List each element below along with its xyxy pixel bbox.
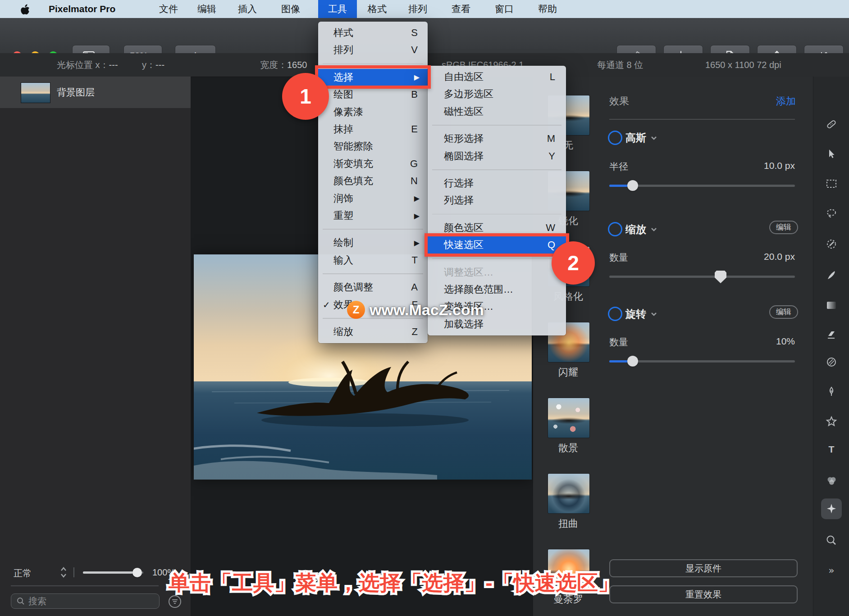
text-icon[interactable]: T bbox=[821, 439, 842, 460]
menubar-item-6[interactable]: 格式 bbox=[368, 0, 387, 18]
menu-item-绘制[interactable]: 绘制▶ bbox=[318, 234, 428, 251]
star-shape-icon[interactable] bbox=[821, 411, 842, 432]
stepper-icon[interactable] bbox=[59, 566, 68, 578]
show-original-button[interactable]: 显示原件 bbox=[609, 559, 798, 577]
menu-shortcut: A bbox=[411, 281, 418, 293]
menu-item-label: 抹掉 bbox=[333, 122, 353, 136]
menu-shortcut: E bbox=[411, 123, 418, 135]
opacity-slider[interactable] bbox=[83, 571, 143, 574]
menubar-item-5[interactable]: 工具 bbox=[318, 0, 357, 18]
caption-text: 单击「工具」菜单，选择「选择」-「快速选区」 bbox=[168, 571, 619, 594]
rotate-amount-label: 数量 bbox=[609, 336, 628, 349]
menu-item-列选择[interactable]: 列选择 bbox=[428, 192, 566, 209]
menu-item-自由选区[interactable]: 自由选区L bbox=[428, 68, 566, 86]
shapes-icon[interactable] bbox=[821, 471, 842, 491]
pen-icon[interactable] bbox=[821, 381, 842, 402]
menu-item-label: 排列 bbox=[333, 43, 353, 57]
menu-item-智能擦除[interactable]: 智能擦除 bbox=[318, 138, 428, 155]
gradient-icon[interactable] bbox=[821, 295, 842, 316]
rotate-amount-slider[interactable] bbox=[609, 360, 795, 362]
annotation-box-select bbox=[315, 65, 431, 89]
menu-item-像素漆[interactable]: 像素漆 bbox=[318, 104, 428, 121]
effect-preset-thumb-6[interactable] bbox=[548, 473, 590, 514]
menu-item-label: 自由选区 bbox=[444, 70, 484, 84]
erase-icon[interactable] bbox=[821, 325, 842, 345]
lasso-icon[interactable] bbox=[821, 203, 842, 224]
menubar-item-2[interactable]: 编辑 bbox=[197, 0, 216, 18]
menu-item-抹掉[interactable]: 抹掉E bbox=[318, 121, 428, 138]
rotate-toggle[interactable] bbox=[608, 307, 622, 321]
menu-item-行选择[interactable]: 行选择 bbox=[428, 175, 566, 192]
menu-shortcut: V bbox=[411, 44, 418, 56]
menu-item-label: 列选择 bbox=[444, 194, 474, 207]
submenu-arrow-icon: ▶ bbox=[414, 239, 420, 247]
more-tools-icon[interactable]: » bbox=[821, 561, 842, 581]
menu-item-矩形选择[interactable]: 矩形选择M bbox=[428, 130, 566, 147]
menu-item-颜色调整[interactable]: 颜色调整A bbox=[318, 279, 428, 296]
menu-shortcut: W bbox=[546, 222, 555, 234]
blend-mode-select[interactable]: 正常 bbox=[14, 567, 32, 580]
retouch-icon[interactable] bbox=[821, 114, 842, 135]
menubar-item-9[interactable]: 窗口 bbox=[495, 0, 514, 18]
gaussian-section[interactable]: 高斯 bbox=[625, 131, 657, 145]
menu-item-样式[interactable]: 样式S bbox=[318, 24, 428, 41]
menu-shortcut: M bbox=[547, 133, 555, 145]
rotate-section[interactable]: 旋转 bbox=[625, 307, 657, 321]
chevron-down-icon bbox=[651, 312, 657, 317]
radius-slider[interactable] bbox=[609, 185, 795, 187]
menu-item-label: 矩形选择 bbox=[444, 132, 484, 145]
tool-strip: T» bbox=[813, 77, 849, 616]
color-picker-icon[interactable] bbox=[821, 234, 842, 254]
apple-logo-icon[interactable] bbox=[21, 4, 30, 14]
add-effect-button[interactable]: 添加 bbox=[776, 95, 796, 108]
menu-item-颜色填充[interactable]: 颜色填充N bbox=[318, 172, 428, 190]
layer-name: 背景图层 bbox=[57, 77, 95, 108]
gaussian-toggle[interactable] bbox=[608, 131, 622, 145]
menu-separator bbox=[323, 273, 423, 274]
menu-item-椭圆选择[interactable]: 椭圆选择Y bbox=[428, 148, 566, 165]
search-input[interactable]: 搜索 bbox=[11, 593, 160, 609]
zoom-blur-section[interactable]: 缩放 bbox=[625, 222, 657, 236]
reset-effects-button[interactable]: 重置效果 bbox=[609, 585, 798, 603]
menu-item-多边形选区[interactable]: 多边形选区 bbox=[428, 86, 566, 103]
effect-preset-label: 散景 bbox=[533, 441, 603, 455]
chevron-down-icon bbox=[651, 136, 657, 140]
amount-label: 数量 bbox=[609, 251, 628, 264]
effect-preset-thumb-5[interactable] bbox=[548, 398, 590, 438]
menubar-item-1[interactable]: 文件 bbox=[159, 0, 178, 18]
menu-item-磁性选区[interactable]: 磁性选区 bbox=[428, 103, 566, 120]
menubar-item-10[interactable]: 帮助 bbox=[538, 0, 557, 18]
menubar-item-3[interactable]: 插入 bbox=[238, 0, 257, 18]
amount-slider[interactable] bbox=[609, 276, 795, 278]
effects-panel: 无锐化风格化闪耀散景扭曲曼荼罗 效果 添加 高斯 半径 10.0 px 缩放 编… bbox=[533, 77, 849, 616]
menu-item-渐变填充[interactable]: 渐变填充G bbox=[318, 155, 428, 172]
menu-item-缩放[interactable]: 缩放Z bbox=[318, 323, 428, 340]
paint-icon[interactable] bbox=[821, 265, 842, 286]
menu-item-选择颜色范围[interactable]: 选择颜色范围… bbox=[428, 281, 566, 298]
menu-item-排列[interactable]: 排列V bbox=[318, 41, 428, 59]
menu-item-输入[interactable]: 输入T bbox=[318, 252, 428, 269]
menu-item-调整选区[interactable]: 调整选区… bbox=[428, 264, 566, 281]
bit-depth: 每通道 8 位 bbox=[597, 53, 643, 77]
menubar-item-4[interactable]: 图像 bbox=[281, 0, 300, 18]
zoom-icon[interactable] bbox=[821, 530, 842, 551]
edit-rotate-button[interactable]: 编辑 bbox=[769, 305, 798, 319]
clone-icon[interactable] bbox=[821, 352, 842, 372]
submenu-arrow-icon: ▶ bbox=[414, 212, 420, 220]
arrange-icon[interactable] bbox=[821, 144, 842, 164]
menubar-item-8[interactable]: 查看 bbox=[452, 0, 470, 18]
marquee-icon[interactable] bbox=[821, 173, 842, 194]
menubar-item-7[interactable]: 排列 bbox=[408, 0, 427, 18]
zoom-blur-toggle[interactable] bbox=[608, 222, 622, 236]
watermark: Z www.MacZ.com bbox=[347, 301, 484, 319]
menu-separator bbox=[432, 214, 561, 215]
effects-icon[interactable] bbox=[821, 498, 842, 519]
menu-item-重塑[interactable]: 重塑▶ bbox=[318, 207, 428, 224]
app-name[interactable]: Pixelmator Pro bbox=[49, 0, 115, 18]
edit-zoom-button[interactable]: 编辑 bbox=[769, 221, 798, 234]
annotation-step-1: 1 bbox=[282, 73, 329, 120]
menu-item-润饰[interactable]: 润饰▶ bbox=[318, 190, 428, 207]
search-placeholder: 搜索 bbox=[28, 595, 46, 607]
menu-item-label: 颜色调整 bbox=[333, 281, 373, 294]
layer-row-background[interactable]: 背景图层 bbox=[0, 77, 191, 108]
